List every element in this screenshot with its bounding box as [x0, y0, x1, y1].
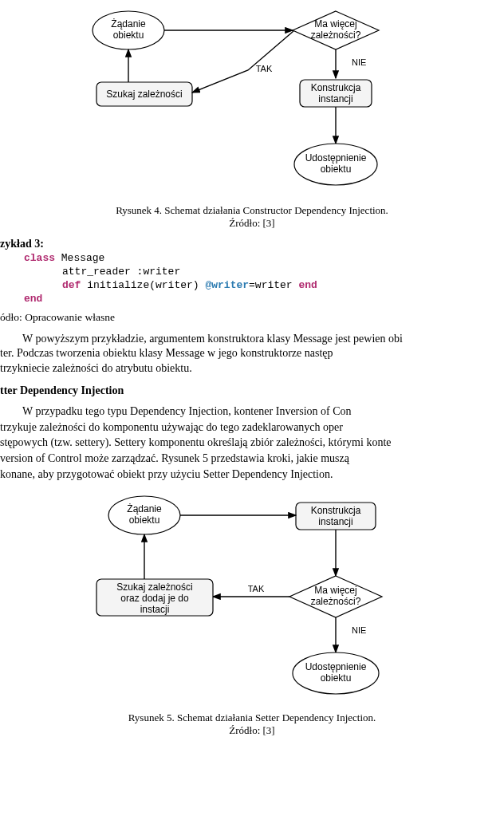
figure-constructor-di: Żądanie obiektu Ma więcej zależności? TA…: [0, 6, 504, 198]
edge-yes2: TAK: [248, 584, 265, 593]
node-request-line2: obiektu: [113, 30, 144, 41]
code-block: class Message attr_reader :writer def in…: [24, 252, 504, 306]
svg-text:Udostępnienie: Udostępnienie: [305, 661, 367, 672]
own-source: ódło: Opracowanie własne: [0, 311, 504, 324]
svg-text:instacji: instacji: [140, 604, 170, 615]
figure1-caption: Rysunek 4. Schemat działania Constructor…: [0, 204, 504, 217]
svg-text:Konstrukcja: Konstrukcja: [311, 82, 361, 93]
svg-text:zależności?: zależności?: [311, 30, 361, 41]
svg-text:Szukaj zależności: Szukaj zależności: [116, 581, 192, 593]
figure1-source: Źródło: [3]: [0, 217, 504, 230]
setter-heading: tter Dependency Injection: [0, 384, 504, 397]
figure2-caption: Rysunek 5. Schemat działania Setter Depe…: [0, 712, 504, 724]
example-heading: zykład 3:: [0, 238, 504, 250]
edge-no2: NIE: [352, 625, 366, 635]
svg-text:obiektu: obiektu: [129, 514, 160, 526]
paragraph-2: W przypadku tego typu Dependency Injecti…: [0, 404, 504, 482]
svg-text:Ma więcej: Ma więcej: [314, 585, 356, 596]
svg-text:Konstrukcja: Konstrukcja: [311, 505, 361, 516]
figure-setter-di: Żądanie obiektu Konstrukcja instancji Ma…: [0, 490, 504, 705]
svg-text:obiektu: obiektu: [321, 164, 352, 175]
svg-text:zależności?: zależności?: [311, 596, 361, 607]
node-search-label: Szukaj zależności: [106, 89, 182, 100]
edge-no-label: NIE: [352, 57, 366, 67]
svg-text:Ma więcej: Ma więcej: [314, 18, 356, 30]
svg-text:instancji: instancji: [318, 516, 352, 527]
edge-yes-label: TAK: [256, 64, 273, 73]
svg-text:obiektu: obiektu: [321, 672, 352, 684]
svg-text:Udostępnienie: Udostępnienie: [305, 152, 367, 164]
paragraph-1: W powyższym przykładzie, argumentem kons…: [0, 332, 504, 377]
svg-text:Żądanie: Żądanie: [127, 503, 162, 514]
node-request-line1: Żądanie: [111, 18, 146, 30]
figure2-source: Źródło: [3]: [0, 724, 504, 737]
svg-text:instancji: instancji: [318, 93, 352, 104]
svg-text:oraz dodaj je do: oraz dodaj je do: [120, 593, 189, 604]
